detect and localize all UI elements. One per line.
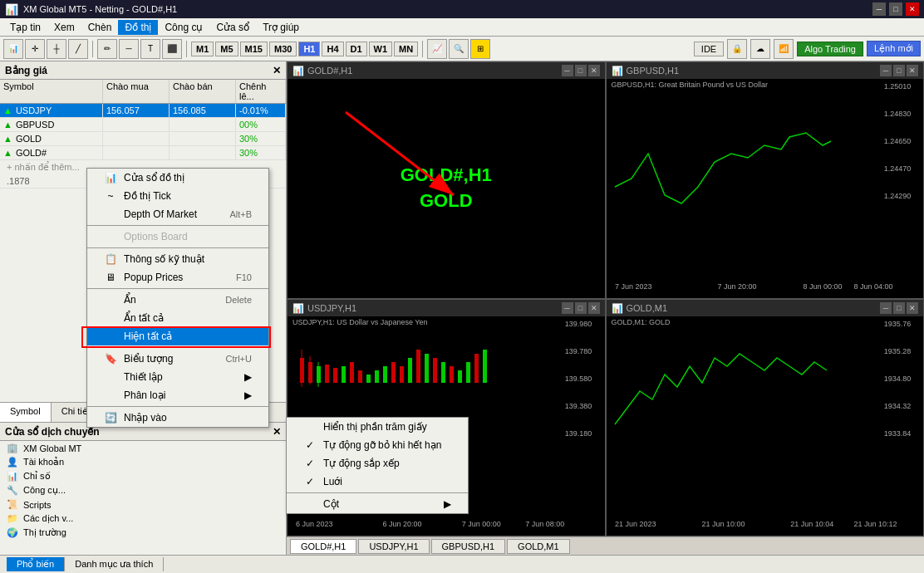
tb-ide[interactable]: IDE: [694, 42, 724, 56]
sub-cot[interactable]: Cột ▶: [287, 495, 468, 513]
ctx-popup-prices[interactable]: 🖥 Popup Prices F10: [87, 268, 268, 286]
status-tab-pho-bien[interactable]: Phổ biến: [7, 557, 65, 571]
tb-signal[interactable]: 📶: [774, 39, 794, 59]
ctx-thong-so[interactable]: 📋 Thông số kỹ thuật: [87, 250, 268, 268]
tf-m1[interactable]: M1: [191, 42, 214, 56]
tb-new-chart[interactable]: 📊: [3, 39, 23, 59]
thong-so-icon: 📋: [104, 253, 117, 265]
tb-line[interactable]: ╱: [68, 39, 88, 59]
gold-h1-minimize[interactable]: ─: [562, 65, 573, 76]
gold-h1-close[interactable]: ✕: [588, 65, 600, 76]
svg-text:7 Jun 20:00: 7 Jun 20:00: [717, 282, 756, 291]
tf-d1[interactable]: D1: [346, 42, 367, 56]
close-button[interactable]: ✕: [906, 2, 919, 16]
tf-h4[interactable]: H4: [322, 42, 343, 56]
cua-so-icon: 📊: [104, 172, 117, 184]
gbpusd-body[interactable]: GBPUSD,H1: Great Britain Pound vs US Dol…: [607, 79, 924, 298]
tb-cloud[interactable]: ☁: [750, 39, 770, 59]
minimize-button[interactable]: ─: [872, 2, 886, 16]
svg-rect-28: [375, 370, 379, 383]
svg-text:139.180: 139.180: [565, 429, 592, 438]
menu-tap-tin[interactable]: Tạp tin: [3, 20, 47, 35]
gold-m1-body[interactable]: GOLD,M1: GOLD 1935.76 1935.28 1934.80 19…: [607, 316, 924, 536]
sep2: [186, 41, 187, 57]
ctx-phan-loai[interactable]: Phân loại ▶: [87, 386, 268, 404]
toolbar-right: IDE 🔒 ☁ 📶 Algo Trading Lệnh mới: [694, 39, 921, 59]
gbpusd-close[interactable]: ✕: [907, 65, 918, 76]
ctx-depth-of-market[interactable]: Depth Of Market Alt+B: [87, 205, 268, 223]
tb-chart-type[interactable]: 📈: [427, 39, 447, 59]
gold-m1-close[interactable]: ✕: [907, 302, 918, 314]
chart-gold-m1[interactable]: 📊 GOLD,M1 ─ □ ✕ GOLD,M1: GOLD 1935.76 19…: [606, 299, 925, 536]
menu-cua-so[interactable]: Cửa sổ: [209, 20, 256, 35]
tf-m30[interactable]: M30: [269, 42, 297, 56]
ctx-an-tat-ca[interactable]: Ẩn tất cả: [87, 309, 268, 327]
gold-h1-maximize[interactable]: □: [575, 65, 587, 76]
ctx-do-thi-tick[interactable]: ~ Đồ thị Tick: [87, 187, 268, 205]
tf-mn[interactable]: MN: [394, 42, 418, 56]
menu-bar: Tạp tin Xem Chèn Đồ thị Công cụ Cửa sổ T…: [0, 18, 924, 37]
sub-hien-thi-phan-tram[interactable]: Hiển thị phần trăm giấy: [287, 418, 468, 436]
gold-h1-body[interactable]: GOLD#,H1 GOLD: [288, 79, 605, 298]
gbpusd-icon: 📊: [612, 66, 623, 76]
tf-m5[interactable]: M5: [215, 42, 238, 56]
tb-shape[interactable]: ⬛: [162, 39, 182, 59]
ctx-cua-so-do-thi[interactable]: 📊 Cửa sổ đồ thị: [87, 169, 268, 187]
usdjpy-close[interactable]: ✕: [588, 302, 600, 314]
maximize-button[interactable]: □: [889, 2, 902, 16]
chart-gbpusd-h1[interactable]: 📊 GBPUSD,H1 ─ □ ✕ GBPUSD,H1: Great Brita…: [606, 61, 925, 299]
tb-cursor[interactable]: ✛: [25, 39, 45, 59]
tb-hline[interactable]: ─: [119, 39, 139, 59]
tf-m15[interactable]: M15: [240, 42, 268, 56]
chart-tab-gbpusd-h1[interactable]: GBPUSD,H1: [431, 539, 506, 554]
sub-tu-dong-sap-xep[interactable]: ✓ Tự động sắp xếp: [287, 454, 468, 473]
menu-cong-cu[interactable]: Công cụ: [158, 20, 209, 35]
tb-crosshair[interactable]: ┼: [47, 39, 66, 59]
gold-m1-maximize[interactable]: □: [893, 302, 905, 314]
tb-pen[interactable]: ✏: [97, 39, 117, 59]
svg-rect-38: [458, 370, 462, 383]
ctx-sep5: [87, 406, 268, 407]
tb-lock[interactable]: 🔒: [727, 39, 747, 59]
ctx-hien-tat-ca[interactable]: Hiện tất cả: [87, 327, 268, 345]
gbpusd-maximize[interactable]: □: [893, 65, 905, 76]
chart-tab-gold-m1[interactable]: GOLD,M1: [507, 539, 570, 554]
sub-context-menu: Hiển thị phần trăm giấy ✓ Tự động gỡ bỏ …: [286, 417, 469, 514]
tb-algo-trading[interactable]: Algo Trading: [797, 42, 863, 56]
svg-text:1.25010: 1.25010: [883, 82, 911, 91]
nhap-vao-icon: 🔄: [104, 412, 117, 424]
sub-luoi[interactable]: ✓ Luới: [287, 473, 468, 491]
gbpusd-minimize[interactable]: ─: [880, 65, 892, 76]
tb-text[interactable]: T: [140, 39, 160, 59]
ctx-thiet-lap[interactable]: Thiết lập ▶: [87, 368, 268, 386]
menu-do-thi[interactable]: Đồ thị: [118, 20, 158, 35]
gold-m1-icon: 📊: [612, 303, 623, 314]
usdjpy-maximize[interactable]: □: [575, 302, 587, 314]
ctx-nhap-vao[interactable]: 🔄 Nhập vào: [87, 409, 268, 427]
chart-tab-usdjpy-h1[interactable]: USDJPY,H1: [358, 539, 429, 554]
gold-m1-minimize[interactable]: ─: [880, 302, 892, 314]
menu-tro-giup[interactable]: Trợ giúp: [256, 20, 306, 35]
menu-xem[interactable]: Xem: [47, 20, 81, 35]
sub-label-luoi: Luới: [323, 476, 342, 487]
svg-rect-26: [358, 370, 362, 383]
menu-chen[interactable]: Chèn: [81, 20, 119, 35]
tf-w1[interactable]: W1: [369, 42, 393, 56]
cot-arrow: ▶: [444, 498, 451, 510]
usdjpy-icon: 📊: [292, 303, 304, 314]
usdjpy-minimize[interactable]: ─: [562, 302, 573, 314]
chart-tab-gold-h1[interactable]: GOLD#,H1: [290, 539, 356, 554]
ctx-label-phan-loai: Phân loại: [124, 389, 165, 401]
status-tab-danh-muc[interactable]: Danh mục ưa thích: [65, 557, 164, 571]
bieu-tuong-icon: 🔖: [104, 353, 117, 365]
gold-m1-titlebar: 📊 GOLD,M1 ─ □ ✕: [607, 300, 924, 316]
svg-text:1935.28: 1935.28: [883, 347, 911, 355]
ctx-bieu-tuong[interactable]: 🔖 Biểu tượng Ctrl+U: [87, 350, 268, 368]
chart-gold-h1[interactable]: 📊 GOLD#,H1 ─ □ ✕ GOLD#,H1 GOLD: [287, 61, 606, 299]
tb-zoom[interactable]: 🔍: [449, 39, 469, 59]
tf-h1[interactable]: H1: [298, 42, 320, 56]
ctx-an[interactable]: Ẩn Delete: [87, 291, 268, 309]
tb-lenh-moi[interactable]: Lệnh mới: [867, 41, 921, 56]
sub-tu-dong-xoa[interactable]: ✓ Tự động gỡ bỏ khi hết hạn: [287, 436, 468, 454]
tb-scale[interactable]: ⊞: [470, 39, 490, 59]
